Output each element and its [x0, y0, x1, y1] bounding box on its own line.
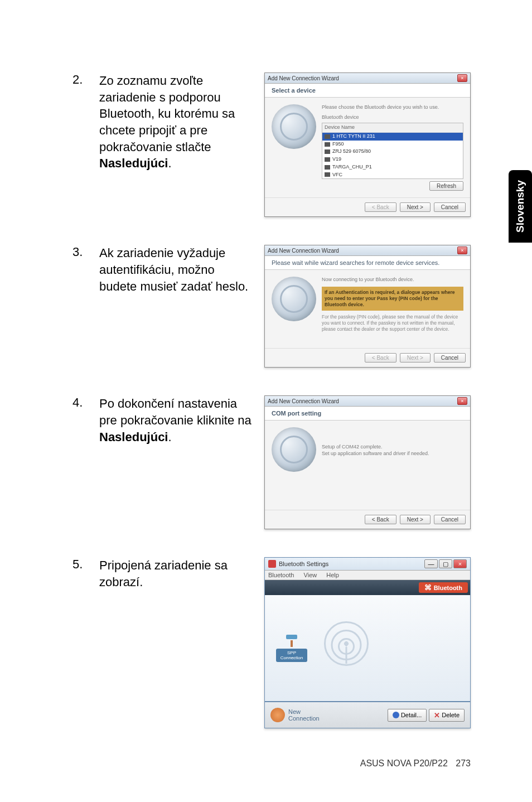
conn-label-spp: SPP [278, 650, 305, 655]
step-text: Po dokončení nastavenia pre pokračovanie… [99, 395, 253, 445]
close-icon[interactable]: × [453, 559, 467, 568]
new-connection-button[interactable]: New Connection [270, 708, 320, 722]
column-header: Device Name [322, 123, 463, 133]
dialog-title: Add New Connection Wizard [268, 398, 339, 404]
step-number: 5. [72, 557, 84, 572]
dialog-header: COM port setting [265, 407, 470, 421]
step-number: 4. [72, 395, 84, 410]
window-title: Bluetooth Settings [279, 561, 328, 567]
page-number: 273 [456, 758, 471, 768]
auth-warning: If an Authentication is required, a dial… [322, 287, 463, 311]
menu-item-help[interactable]: Help [326, 572, 339, 578]
step-number: 3. [72, 245, 84, 259]
bluetooth-settings-window: Bluetooth Settings — ▢ × Bluetooth View … [264, 557, 471, 728]
device-item[interactable]: 1 HTC TYTN II 231 [322, 133, 463, 141]
back-button[interactable]: < Back [365, 353, 396, 363]
connector-icon [286, 635, 297, 639]
page-footer: ASUS NOVA P20/P22 273 [360, 758, 471, 769]
setup-hint-text: Set up application software and driver i… [322, 451, 463, 457]
wizard-icon [272, 427, 316, 472]
device-item[interactable]: ZRJ 529 6075/80 [322, 148, 463, 156]
step-number: 2. [72, 73, 84, 87]
menu-bar[interactable]: Bluetooth View Help [265, 571, 470, 580]
language-tab: Slovensky [509, 170, 532, 243]
passkey-hint: For the passkey (PIN code), please see t… [322, 314, 463, 332]
new-connection-icon [270, 708, 285, 722]
close-icon[interactable]: × [457, 397, 467, 405]
next-button[interactable]: Next > [400, 353, 431, 363]
connection-item[interactable]: SPP Connection [276, 635, 307, 662]
dialog-header: Select a device [265, 84, 470, 98]
delete-button[interactable]: ✕ Delete [429, 709, 465, 722]
refresh-button[interactable]: Refresh [429, 181, 463, 191]
menu-item-view[interactable]: View [304, 572, 317, 578]
connecting-text: Now connecting to your Bluetooth device. [322, 277, 463, 283]
next-button[interactable]: Next > [400, 515, 431, 524]
back-button[interactable]: < Back [365, 515, 396, 524]
step-text: Pripojená zariadenie sa zobrazí. [99, 557, 253, 590]
device-item[interactable]: VFC [322, 171, 463, 179]
instruction-text: Please choose the Bluetooth device you w… [322, 104, 463, 111]
wizard-dialog-select-device: Add New Connection Wizard × Select a dev… [264, 73, 471, 217]
bluetooth-badge: ⌘Bluetooth [419, 582, 468, 593]
wizard-icon [272, 277, 316, 321]
step-text: Ak zariadenie vyžaduje autentifikáciu, m… [99, 245, 253, 294]
device-item[interactable]: F950 [322, 141, 463, 148]
setup-complete-text: Setup of COM42 complete. [322, 444, 463, 451]
device-list[interactable]: Device Name 1 HTC TYTN II 231 F950 ZRJ 5… [322, 123, 463, 179]
cancel-button[interactable]: Cancel [434, 353, 466, 363]
wizard-icon [272, 104, 316, 149]
step-text: Zo zoznamu zvoľte zariadenie s podporou … [99, 73, 253, 172]
bluetooth-logo-icon [268, 560, 276, 568]
wizard-dialog-com-port: Add New Connection Wizard × COM port set… [264, 395, 471, 529]
wizard-dialog-searching: Add New Connection Wizard × Please wait … [264, 245, 471, 368]
close-icon[interactable]: × [457, 74, 467, 82]
dialog-header: Please wait while wizard searches for re… [265, 256, 470, 270]
device-item[interactable]: V19 [322, 156, 463, 163]
delete-icon: ✕ [434, 711, 440, 719]
next-button[interactable]: Next > [400, 202, 431, 212]
minimize-icon[interactable]: — [424, 559, 438, 568]
signal-icon [318, 620, 374, 676]
menu-item-bluetooth[interactable]: Bluetooth [268, 572, 294, 578]
conn-label-connection: Connection [278, 655, 305, 660]
device-item[interactable]: TARGA_CHU_P1 [322, 163, 463, 171]
maximize-icon[interactable]: ▢ [439, 559, 452, 568]
dialog-title: Add New Connection Wizard [268, 248, 339, 254]
detail-button[interactable]: Detail... [388, 709, 427, 722]
dialog-title: Add New Connection Wizard [268, 75, 339, 81]
close-icon[interactable]: × [457, 247, 467, 254]
info-icon [393, 712, 399, 718]
cancel-button[interactable]: Cancel [434, 202, 466, 212]
list-label: Bluetooth device [322, 114, 463, 121]
cancel-button[interactable]: Cancel [434, 515, 466, 524]
back-button[interactable]: < Back [365, 202, 396, 212]
